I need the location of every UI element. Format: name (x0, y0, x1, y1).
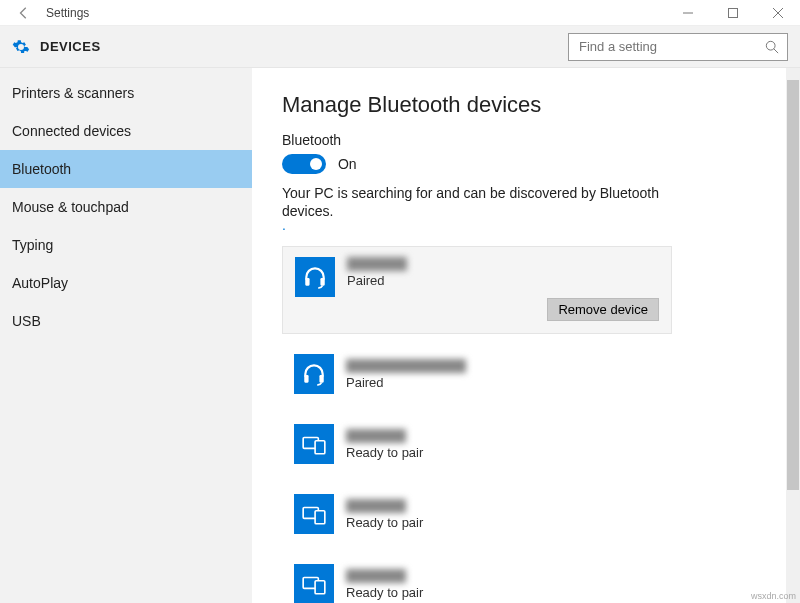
device-item[interactable]: Ready to pair (282, 484, 672, 544)
toggle-state-label: On (338, 156, 357, 172)
titlebar: Settings (0, 0, 800, 26)
device-name-blurred (346, 429, 406, 443)
svg-rect-15 (315, 581, 325, 594)
device-name-blurred (346, 359, 466, 373)
svg-rect-8 (304, 375, 308, 383)
device-item[interactable]: Paired (282, 344, 672, 404)
watermark: wsxdn.com (751, 591, 796, 601)
search-box[interactable] (568, 33, 788, 61)
sidebar: Printers & scanners Connected devices Bl… (0, 68, 252, 603)
page-title: DEVICES (40, 39, 101, 54)
svg-rect-11 (315, 441, 325, 454)
sidebar-item-bluetooth[interactable]: Bluetooth (0, 150, 252, 188)
svg-line-5 (774, 48, 778, 52)
svg-rect-9 (319, 375, 323, 383)
sidebar-item-autoplay[interactable]: AutoPlay (0, 264, 252, 302)
sidebar-item-typing[interactable]: Typing (0, 226, 252, 264)
searching-description: Your PC is searching for and can be disc… (282, 184, 662, 220)
gear-icon (12, 38, 30, 56)
searching-indicator: · (282, 220, 770, 236)
phone-icon (294, 564, 334, 603)
device-status: Ready to pair (346, 585, 423, 600)
maximize-button[interactable] (710, 0, 755, 26)
bluetooth-label: Bluetooth (282, 132, 770, 148)
sidebar-item-printers[interactable]: Printers & scanners (0, 74, 252, 112)
main-content: Manage Bluetooth devices Bluetooth On Yo… (252, 68, 800, 603)
device-name-blurred (346, 569, 406, 583)
heading: Manage Bluetooth devices (282, 92, 770, 118)
svg-rect-6 (305, 278, 309, 286)
sidebar-item-connected[interactable]: Connected devices (0, 112, 252, 150)
header: DEVICES (0, 26, 800, 68)
svg-rect-7 (320, 278, 324, 286)
device-status: Ready to pair (346, 445, 423, 460)
device-status: Ready to pair (346, 515, 423, 530)
phone-icon (294, 424, 334, 464)
scrollbar-thumb[interactable] (787, 80, 799, 490)
search-input[interactable] (577, 38, 765, 55)
device-name-blurred (347, 257, 407, 271)
phone-icon (294, 494, 334, 534)
remove-device-button[interactable]: Remove device (547, 298, 659, 321)
bluetooth-toggle[interactable] (282, 154, 326, 174)
search-icon (765, 40, 779, 54)
back-button[interactable] (10, 2, 38, 24)
device-name-blurred (346, 499, 406, 513)
sidebar-item-mouse[interactable]: Mouse & touchpad (0, 188, 252, 226)
minimize-icon (683, 8, 693, 18)
device-item[interactable]: Ready to pair (282, 414, 672, 474)
device-item-selected[interactable]: Paired Remove device (282, 246, 672, 334)
window-title: Settings (46, 6, 89, 20)
device-status: Paired (347, 273, 407, 288)
back-arrow-icon (17, 6, 31, 20)
headset-icon (295, 257, 335, 297)
close-button[interactable] (755, 0, 800, 26)
close-icon (773, 8, 783, 18)
headset-icon (294, 354, 334, 394)
device-item[interactable]: Ready to pair (282, 554, 672, 603)
sidebar-item-usb[interactable]: USB (0, 302, 252, 340)
svg-rect-13 (315, 511, 325, 524)
device-status: Paired (346, 375, 466, 390)
minimize-button[interactable] (665, 0, 710, 26)
maximize-icon (728, 8, 738, 18)
svg-rect-1 (728, 9, 737, 18)
